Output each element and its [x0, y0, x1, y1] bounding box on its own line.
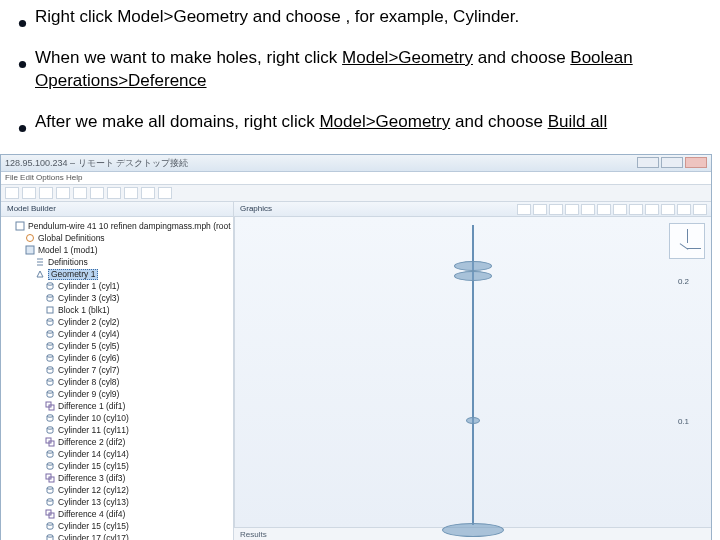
- toolbar-button[interactable]: [124, 187, 138, 199]
- window-titlebar: 128.95.100.234 – リモート デスクトップ接続: [1, 155, 711, 172]
- cylinder-icon: [45, 353, 55, 363]
- tree-geom-item-label: Cylinder 3 (cyl3): [58, 292, 119, 304]
- view-tool-button[interactable]: [613, 204, 627, 215]
- cylinder-icon: [45, 365, 55, 375]
- tree-geom-item[interactable]: Cylinder 5 (cyl5): [5, 340, 231, 352]
- tree-geom-item[interactable]: Difference 4 (dif4): [5, 508, 231, 520]
- window-title-text: 128.95.100.234 – リモート デスクトップ接続: [5, 157, 188, 170]
- model-builder-panel: Model Builder Pendulum-wire 41 10 refine…: [1, 202, 234, 540]
- svg-point-19: [47, 427, 53, 429]
- tree-geom-item[interactable]: Cylinder 13 (cyl13): [5, 496, 231, 508]
- view-tool-button[interactable]: [677, 204, 691, 215]
- bullet-3-underline-1: Model>Geometry: [319, 112, 450, 131]
- svg-rect-3: [16, 222, 24, 230]
- tree-geom-item[interactable]: Cylinder 3 (cyl3): [5, 292, 231, 304]
- bullet-3-text: After we make all domains, right click M…: [35, 111, 706, 134]
- tree-model[interactable]: Model 1 (mod1): [5, 244, 231, 256]
- toolbar-button[interactable]: [39, 187, 53, 199]
- svg-point-23: [47, 463, 53, 465]
- tree-geom-item[interactable]: Cylinder 12 (cyl12): [5, 484, 231, 496]
- view-tool-button[interactable]: [693, 204, 707, 215]
- toolbar-button[interactable]: [158, 187, 172, 199]
- toolbar-button[interactable]: [107, 187, 121, 199]
- tree-geom-item[interactable]: Cylinder 11 (cyl11): [5, 424, 231, 436]
- tree-geom-item-label: Cylinder 4 (cyl4): [58, 328, 119, 340]
- graphics-canvas[interactable]: 0.2 0.1 0.05 0 0.01: [234, 217, 711, 527]
- bullet-2-part-a: When we want to make holes, right click: [35, 48, 342, 67]
- view-tool-button[interactable]: [533, 204, 547, 215]
- svg-rect-8: [47, 307, 53, 313]
- cylinder-icon: [45, 389, 55, 399]
- cylinder-icon: [45, 341, 55, 351]
- tree-geom-item[interactable]: Cylinder 7 (cyl7): [5, 364, 231, 376]
- toolbar-button[interactable]: [22, 187, 36, 199]
- tree-geometry[interactable]: Geometry 1: [5, 268, 231, 280]
- tree-geom-item-label: Cylinder 10 (cyl10): [58, 412, 129, 424]
- cylinder-icon: [45, 377, 55, 387]
- tree-geom-item[interactable]: Difference 3 (dif3): [5, 472, 231, 484]
- tree-geom-item-label: Difference 1 (dif1): [58, 400, 125, 412]
- tree-geom-item[interactable]: Cylinder 8 (cyl8): [5, 376, 231, 388]
- graphics-header-label: Graphics: [240, 202, 272, 216]
- minimize-button[interactable]: [637, 157, 659, 168]
- tree-geom-item-label: Cylinder 2 (cyl2): [58, 316, 119, 328]
- view-tool-button[interactable]: [661, 204, 675, 215]
- tree-geom-item[interactable]: Difference 1 (dif1): [5, 400, 231, 412]
- svg-rect-5: [26, 246, 34, 254]
- cylinder-icon: [45, 461, 55, 471]
- tree-geom-item[interactable]: Difference 2 (dif2): [5, 436, 231, 448]
- view-tool-button[interactable]: [549, 204, 563, 215]
- view-tool-button[interactable]: [645, 204, 659, 215]
- tree-geom-item-label: Cylinder 8 (cyl8): [58, 376, 119, 388]
- view-tool-button[interactable]: [581, 204, 595, 215]
- svg-point-15: [47, 391, 53, 393]
- tree-definitions[interactable]: Definitions: [5, 256, 231, 268]
- tree-geom-item[interactable]: Cylinder 2 (cyl2): [5, 316, 231, 328]
- close-button[interactable]: [685, 157, 707, 168]
- bullet-3-part-a: After we make all domains, right click: [35, 112, 319, 131]
- view-tool-button[interactable]: [597, 204, 611, 215]
- tree-geom-item[interactable]: Cylinder 10 (cyl10): [5, 412, 231, 424]
- view-tool-button[interactable]: [565, 204, 579, 215]
- tree-geom-item[interactable]: Cylinder 4 (cyl4): [5, 328, 231, 340]
- cylinder-icon: [45, 497, 55, 507]
- document-icon: [15, 221, 25, 231]
- tree-geom-item[interactable]: Cylinder 9 (cyl9): [5, 388, 231, 400]
- cylinder-icon: [45, 329, 55, 339]
- app-menubar[interactable]: File Edit Options Help: [1, 172, 711, 185]
- tree-geometry-label: Geometry 1: [48, 269, 98, 280]
- model-icon: [25, 245, 35, 255]
- tree-geom-item[interactable]: Block 1 (blk1): [5, 304, 231, 316]
- graphics-header: Graphics: [234, 202, 711, 217]
- cylinder-icon: [45, 521, 55, 531]
- tree-root[interactable]: Pendulum-wire 41 10 refinen dampingmass.…: [5, 220, 231, 232]
- tree-geom-item[interactable]: Cylinder 15 (cyl15): [5, 520, 231, 532]
- tree-geom-item-label: Cylinder 15 (cyl15): [58, 520, 129, 532]
- axis-orientation-widget[interactable]: [669, 223, 705, 259]
- toolbar-button[interactable]: [141, 187, 155, 199]
- view-tool-button[interactable]: [517, 204, 531, 215]
- tree-global-def[interactable]: Global Definitions: [5, 232, 231, 244]
- model-builder-header: Model Builder: [1, 202, 233, 217]
- tree-geom-item[interactable]: Cylinder 14 (cyl14): [5, 448, 231, 460]
- toolbar-button[interactable]: [73, 187, 87, 199]
- tree-geom-item-label: Difference 3 (dif3): [58, 472, 125, 484]
- svg-point-11: [47, 343, 53, 345]
- tree-geom-item[interactable]: Cylinder 17 (cyl17): [5, 532, 231, 540]
- tree-geom-item-label: Cylinder 15 (cyl15): [58, 460, 129, 472]
- tree-geom-item[interactable]: Cylinder 15 (cyl15): [5, 460, 231, 472]
- window-controls: [637, 157, 707, 168]
- tree-geom-item-label: Difference 4 (dif4): [58, 508, 125, 520]
- tree-geom-item[interactable]: Cylinder 1 (cyl1): [5, 280, 231, 292]
- toolbar-button[interactable]: [56, 187, 70, 199]
- toolbar-button[interactable]: [5, 187, 19, 199]
- bullet-2-part-c: and choose: [473, 48, 570, 67]
- maximize-button[interactable]: [661, 157, 683, 168]
- toolbar-button[interactable]: [90, 187, 104, 199]
- svg-point-6: [47, 283, 53, 285]
- model-tree[interactable]: Pendulum-wire 41 10 refinen dampingmass.…: [1, 217, 233, 540]
- view-tool-button[interactable]: [629, 204, 643, 215]
- svg-point-30: [47, 523, 53, 525]
- tree-geom-item[interactable]: Cylinder 6 (cyl6): [5, 352, 231, 364]
- tree-root-label: Pendulum-wire 41 10 refinen dampingmass.…: [28, 220, 231, 232]
